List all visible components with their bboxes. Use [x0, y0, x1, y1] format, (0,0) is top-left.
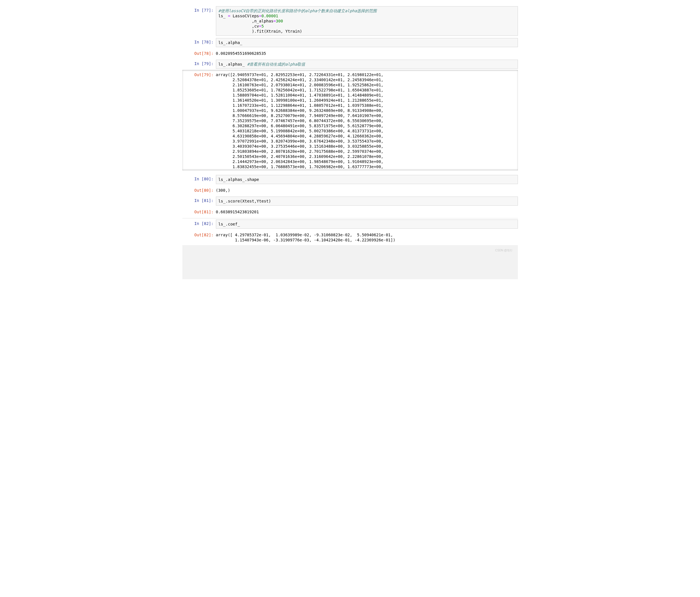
- code-token: 5: [261, 24, 264, 28]
- in-prompt-78: In [78]:: [182, 38, 216, 45]
- jupyter-notebook: Out[76]: 0.6040000100170018 In [77]: #使用…: [182, 0, 518, 279]
- out-value-81: 0.6038915423819201: [216, 208, 518, 216]
- out-prompt-79: Out[79]:: [182, 70, 216, 77]
- code-token: =: [259, 14, 261, 18]
- code-token: ls_.alphas_: [219, 62, 247, 67]
- code-input-80[interactable]: ls_.alphas_.shape: [216, 175, 518, 184]
- code-token: LassoCV(eps: [230, 14, 259, 18]
- code-token: ,n_alphas: [219, 19, 274, 23]
- out-value-82: array([ 4.29785372e-01, 1.03639989e-02, …: [216, 231, 518, 244]
- in-prompt-81: In [81]:: [182, 197, 216, 203]
- code-token: ls_.alphas_.shape: [219, 177, 259, 182]
- code-token: ls_: [219, 14, 228, 18]
- cell-out-81: Out[81]: 0.6038915423819201: [182, 207, 518, 217]
- code-input-82[interactable]: ls_.coef_: [216, 219, 518, 229]
- code-token: ls_.coef_: [219, 222, 240, 226]
- cell-in-77[interactable]: In [77]: #使用lassoCV自带的正则化路径长度和路径中的alpha个…: [182, 5, 518, 37]
- code-token: =: [228, 14, 230, 18]
- in-prompt-79: In [79]:: [182, 60, 216, 66]
- code-token: ls_.score(Xtest,Ytest): [219, 199, 271, 203]
- code-token: =: [259, 24, 261, 28]
- cell-out-82: Out[82]: array([ 4.29785372e-01, 1.03639…: [182, 230, 518, 245]
- out-value-78: 0.0020954551690628535: [216, 49, 518, 57]
- cell-out-80: Out[80]: (300,): [182, 185, 518, 196]
- out-prompt-76: Out[76]:: [182, 0, 216, 3]
- code-token: =: [273, 19, 276, 23]
- code-token: ls_.alpha_: [219, 40, 242, 45]
- code-token: ,cv: [219, 24, 259, 28]
- out-value-76: 0.6040000100170018: [216, 0, 518, 4]
- out-prompt-81: Out[81]:: [182, 208, 216, 214]
- cell-in-79[interactable]: In [79]: ls_.alphas_ #查看所有自动生成的alpha取值: [182, 58, 518, 70]
- cell-in-81[interactable]: In [81]: ls_.score(Xtest,Ytest): [182, 196, 518, 207]
- cell-in-78[interactable]: In [78]: ls_.alpha_: [182, 37, 518, 48]
- code-input-77[interactable]: #使用lassoCV自带的正则化路径长度和路径中的alpha个数来自动建立alp…: [216, 6, 518, 36]
- out-value-79: array([2.94059737e+01, 2.82952253e+01, 2…: [216, 70, 518, 171]
- cell-out-78: Out[78]: 0.0020954551690628535: [182, 48, 518, 58]
- out-prompt-80: Out[80]:: [182, 186, 216, 193]
- code-comment: #查看所有自动生成的alpha取值: [247, 62, 305, 67]
- cell-in-82[interactable]: In [82]: ls_.coef_: [182, 218, 518, 230]
- in-prompt-82: In [82]:: [182, 219, 216, 226]
- code-token: 0.00001: [261, 14, 278, 18]
- out-prompt-78: Out[78]:: [182, 49, 216, 56]
- scrollable-output-79[interactable]: Out[79]: array([2.94059737e+01, 2.829522…: [182, 70, 518, 171]
- out-value-80: (300,): [216, 186, 518, 194]
- code-comment: #使用lassoCV自带的正则化路径长度和路径中的alpha个数来自动建立alp…: [219, 8, 377, 13]
- watermark-text: CSDN @笃行: [495, 249, 512, 253]
- footer-blank-area: CSDN @笃行: [182, 245, 518, 279]
- code-input-79[interactable]: ls_.alphas_ #查看所有自动生成的alpha取值: [216, 60, 518, 69]
- in-prompt-80: In [80]:: [182, 175, 216, 181]
- code-input-78[interactable]: ls_.alpha_: [216, 38, 518, 47]
- code-token: 300: [276, 19, 283, 23]
- out-prompt-82: Out[82]:: [182, 231, 216, 237]
- cell-in-80[interactable]: In [80]: ls_.alphas_.shape: [182, 174, 518, 185]
- code-input-81[interactable]: ls_.score(Xtest,Ytest): [216, 197, 518, 206]
- in-prompt-77: In [77]:: [182, 6, 216, 13]
- code-token: ).fit(Xtrain, Ytrain): [219, 29, 302, 33]
